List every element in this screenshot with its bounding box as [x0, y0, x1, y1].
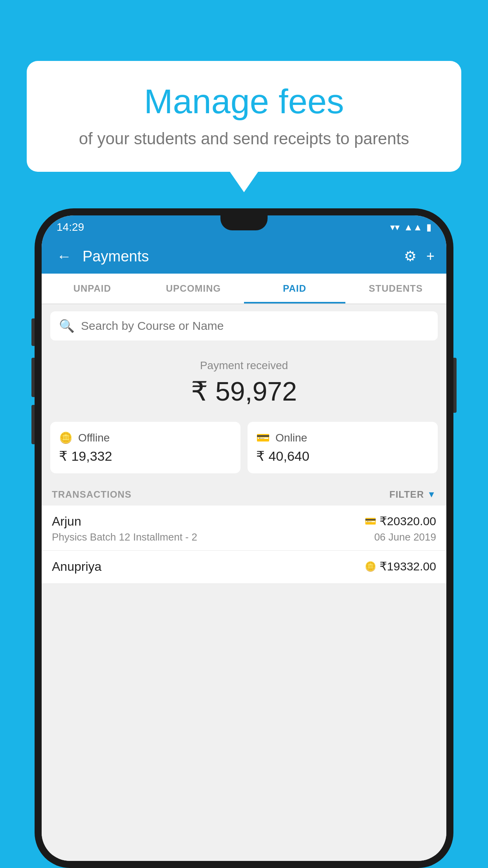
- main-content: 🔍 Payment received ₹ 59,972 🪙 Offline: [42, 304, 446, 861]
- tab-bar: UNPAID UPCOMING PAID STUDENTS: [42, 274, 446, 304]
- back-button[interactable]: ←: [53, 245, 75, 268]
- speech-bubble-container: Manage fees of your students and send re…: [27, 61, 461, 172]
- wifi-icon: ▾▾: [390, 222, 400, 233]
- add-button[interactable]: +: [426, 248, 435, 265]
- date-info: 06 June 2019: [374, 531, 436, 543]
- student-name: Anupriya: [52, 559, 101, 574]
- signal-icon: ▲▲: [404, 222, 422, 233]
- tab-upcoming[interactable]: UPCOMING: [143, 274, 244, 303]
- search-input[interactable]: [81, 319, 429, 333]
- app-title: Payments: [83, 248, 396, 265]
- phone-screen: 14:29 ▾▾ ▲▲ ▮ ← Payments ⚙ + UNPAID: [42, 215, 446, 861]
- student-name: Arjun: [52, 514, 81, 529]
- course-info: Physics Batch 12 Installment - 2: [52, 531, 197, 543]
- payment-cards: 🪙 Offline ₹ 19,332 💳 Online ₹ 40,640: [42, 415, 446, 482]
- transaction-main: Arjun 💳 ₹20320.00: [52, 514, 436, 529]
- phone: 14:29 ▾▾ ▲▲ ▮ ← Payments ⚙ + UNPAID: [35, 208, 453, 868]
- payment-type-icon: 🪙: [365, 561, 376, 572]
- tab-paid[interactable]: PAID: [244, 274, 345, 303]
- tab-unpaid[interactable]: UNPAID: [42, 274, 143, 303]
- status-icons: ▾▾ ▲▲ ▮: [390, 222, 431, 233]
- online-icon: 💳: [256, 431, 270, 444]
- bubble-subtitle: of your students and send receipts to pa…: [50, 129, 438, 148]
- amount-value: ₹19332.00: [380, 559, 436, 573]
- transactions-header: TRANSACTIONS FILTER ▼: [42, 482, 446, 506]
- battery-icon: ▮: [426, 222, 431, 233]
- offline-card-header: 🪙 Offline: [59, 431, 232, 444]
- status-time: 14:29: [57, 221, 84, 234]
- volume-up-button: [31, 318, 35, 346]
- power-button: [453, 358, 457, 413]
- online-card-header: 💳 Online: [256, 431, 429, 444]
- offline-label: Offline: [78, 432, 110, 444]
- filter-icon: ▼: [427, 489, 436, 500]
- offline-icon: 🪙: [59, 431, 73, 444]
- phone-outer: 14:29 ▾▾ ▲▲ ▮ ← Payments ⚙ + UNPAID: [35, 208, 453, 868]
- payment-received-label: Payment received: [50, 359, 438, 372]
- speech-bubble: Manage fees of your students and send re…: [27, 61, 461, 172]
- transaction-main: Anupriya 🪙 ₹19332.00: [52, 559, 436, 574]
- bubble-title: Manage fees: [50, 83, 438, 121]
- payment-received-amount: ₹ 59,972: [50, 376, 438, 407]
- amount-value: ₹20320.00: [380, 514, 436, 528]
- online-card: 💳 Online ₹ 40,640: [248, 422, 438, 473]
- app-bar-actions: ⚙ +: [404, 248, 435, 265]
- search-icon: 🔍: [59, 318, 75, 333]
- silent-button: [31, 405, 35, 444]
- transaction-row[interactable]: Arjun 💳 ₹20320.00 Physics Batch 12 Insta…: [42, 506, 446, 551]
- tab-students[interactable]: STUDENTS: [345, 274, 447, 303]
- transaction-amount: 💳 ₹20320.00: [365, 514, 436, 528]
- search-bar[interactable]: 🔍: [50, 311, 438, 340]
- online-amount: ₹ 40,640: [256, 448, 429, 464]
- phone-notch: [220, 215, 268, 230]
- filter-button[interactable]: FILTER ▼: [389, 489, 436, 500]
- transactions-label: TRANSACTIONS: [52, 489, 132, 500]
- offline-card: 🪙 Offline ₹ 19,332: [50, 422, 240, 473]
- filter-label: FILTER: [389, 489, 424, 500]
- offline-amount: ₹ 19,332: [59, 448, 232, 464]
- payment-received-section: Payment received ₹ 59,972: [42, 348, 446, 415]
- volume-down-button: [31, 358, 35, 397]
- transaction-row[interactable]: Anupriya 🪙 ₹19332.00: [42, 551, 446, 584]
- online-label: Online: [275, 432, 307, 444]
- transaction-amount: 🪙 ₹19332.00: [365, 559, 436, 573]
- payment-type-icon: 💳: [365, 516, 376, 527]
- transaction-details: Physics Batch 12 Installment - 2 06 June…: [52, 531, 436, 543]
- settings-button[interactable]: ⚙: [404, 248, 416, 265]
- app-bar: ← Payments ⚙ +: [42, 239, 446, 274]
